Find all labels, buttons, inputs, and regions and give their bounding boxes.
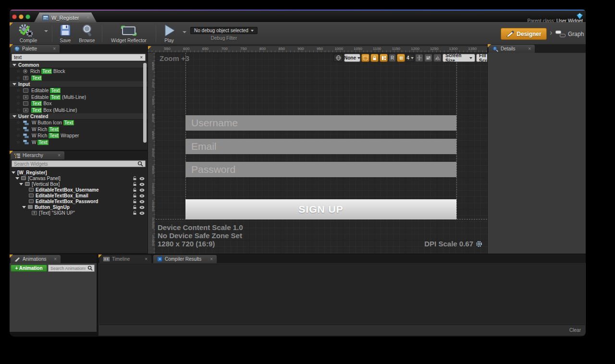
- favorite-star-icon[interactable]: ☆: [16, 133, 20, 138]
- palette-item[interactable]: ☆W Rich Text Wrapper: [10, 133, 148, 139]
- unlock-icon[interactable]: [133, 176, 137, 181]
- animations-tab-close-icon[interactable]: ×: [54, 257, 57, 262]
- favorite-star-icon[interactable]: ☆: [16, 95, 20, 99]
- palette-section-common[interactable]: Common: [10, 62, 148, 68]
- asset-tab-w-register[interactable]: W_Register ×: [34, 12, 97, 23]
- tree-row-vertical-box[interactable]: [Vertical Box]: [19, 181, 60, 187]
- timeline-tab-close-icon[interactable]: ×: [145, 257, 148, 262]
- unlock-icon[interactable]: [133, 205, 137, 209]
- play-button[interactable]: Play: [160, 24, 179, 43]
- flag-dropdown[interactable]: None: [344, 54, 360, 62]
- palette-item[interactable]: ☆W Rich Text: [10, 126, 148, 133]
- preview-password-textbox[interactable]: Password: [185, 162, 456, 177]
- save-button[interactable]: Save: [56, 24, 75, 43]
- add-animation-button[interactable]: + Animation: [11, 265, 47, 272]
- respect-locks-button[interactable]: R: [389, 54, 396, 62]
- palette-search[interactable]: ×: [12, 54, 146, 61]
- unlock-icon[interactable]: [133, 188, 137, 192]
- favorite-star-icon[interactable]: ☆: [16, 140, 20, 145]
- fill-screen-dropdown[interactable]: Fill Screen: [476, 54, 487, 62]
- palette-item[interactable]: ☆W Button Icon Text: [10, 120, 148, 126]
- minimize-window-button[interactable]: [19, 14, 24, 19]
- unlock-icon[interactable]: [133, 194, 137, 198]
- eye-visibility-icon[interactable]: [139, 211, 145, 215]
- eye-visibility-icon[interactable]: [139, 177, 145, 181]
- hierarchy-search-input[interactable]: [12, 161, 137, 167]
- unlock-icon[interactable]: [133, 211, 137, 215]
- favorite-star-icon[interactable]: ☆: [16, 121, 20, 125]
- palette-section-user-created[interactable]: User Created: [10, 113, 148, 120]
- details-tab-close-icon[interactable]: ×: [528, 47, 531, 51]
- dpi-scale-control[interactable]: DPI Scale 0.67: [424, 240, 482, 248]
- eye-visibility-icon[interactable]: [139, 200, 145, 204]
- designer-mode-button[interactable]: Designer: [501, 28, 547, 40]
- compiler-results-tab-close-icon[interactable]: ×: [210, 257, 213, 262]
- palette-item[interactable]: ☆Text Box: [10, 100, 148, 107]
- transform-mode-button[interactable]: [415, 54, 423, 62]
- palette-item[interactable]: ☆W Text: [10, 139, 148, 146]
- flip-preview-button[interactable]: [433, 54, 442, 62]
- palette-item[interactable]: ☆≡Text Box (Multi-Line): [10, 107, 148, 114]
- compile-button[interactable]: Compile: [14, 24, 42, 43]
- expand-arrow-icon[interactable]: [12, 171, 15, 174]
- screen-size-dropdown[interactable]: Screen Size: [443, 54, 475, 62]
- tree-row-text-signup[interactable]: T[Text] "SIGN UP": [32, 210, 75, 216]
- palette-tab-close-icon[interactable]: ×: [53, 47, 56, 51]
- favorite-star-icon[interactable]: ☆: [16, 88, 20, 93]
- palette-item[interactable]: ☆Editable Text: [10, 87, 148, 94]
- preview-signup-button[interactable]: SIGN UP: [185, 199, 456, 219]
- design-viewport[interactable]: Zoom +3 Username Email Password SIGN UP …: [156, 53, 487, 254]
- dpi-settings-gear-icon[interactable]: [476, 241, 482, 247]
- unlock-icon[interactable]: [133, 182, 137, 186]
- graph-mode-button[interactable]: Graph: [555, 29, 584, 39]
- preview-username-textbox[interactable]: Username: [185, 115, 456, 131]
- tree-row-w-register[interactable]: [W_Register]: [12, 170, 47, 175]
- tab-hierarchy[interactable]: Hierarchy ×: [11, 151, 64, 159]
- hierarchy-search[interactable]: [12, 160, 146, 167]
- expand-arrow-icon[interactable]: [19, 183, 23, 185]
- debug-object-dropdown[interactable]: No debug object selected: [190, 27, 258, 34]
- close-window-button[interactable]: [12, 14, 17, 19]
- palette-search-input[interactable]: [12, 55, 137, 60]
- lock-widgets-button[interactable]: [370, 54, 379, 62]
- eye-visibility-icon[interactable]: [139, 206, 145, 209]
- favorite-star-icon[interactable]: ☆: [16, 108, 20, 112]
- palette-item[interactable]: ☆≡Editable Text (Multi-Line): [10, 94, 148, 101]
- browse-button[interactable]: Browse: [76, 24, 98, 43]
- hierarchy-tab-close-icon[interactable]: ×: [58, 153, 61, 158]
- grid-size-dropdown[interactable]: 4: [406, 54, 414, 62]
- tab-compiler-results[interactable]: » Compiler Results ×: [153, 255, 217, 263]
- snap-to-grid-button[interactable]: [380, 54, 388, 62]
- tree-row-button-signup[interactable]: Button_SignUp: [22, 204, 70, 210]
- tree-row-editabletextbox-username[interactable]: EditableTextBox_Username: [29, 187, 99, 193]
- palette-item[interactable]: ☆TText: [10, 75, 148, 82]
- preview-background-button[interactable]: [424, 54, 432, 62]
- toggle-outlines-button[interactable]: [361, 54, 369, 62]
- favorite-star-icon[interactable]: ☆: [16, 69, 20, 73]
- eye-visibility-icon[interactable]: [139, 194, 145, 198]
- palette-item[interactable]: ☆✶Rich Text Block: [10, 68, 148, 75]
- tab-animations[interactable]: Animations ×: [11, 255, 61, 263]
- clear-log-button[interactable]: Clear: [569, 328, 581, 333]
- widget-reflector-button[interactable]: Widget Reflector: [106, 24, 152, 43]
- eye-visibility-icon[interactable]: [139, 182, 145, 186]
- unlock-icon[interactable]: [133, 199, 137, 204]
- palette-section-input[interactable]: Input: [10, 81, 148, 87]
- clear-search-icon[interactable]: ×: [137, 55, 145, 60]
- favorite-star-icon[interactable]: ☆: [16, 76, 20, 80]
- tree-row-editabletextbox-password[interactable]: EditableTextBox_Password: [29, 198, 98, 204]
- tab-timeline[interactable]: Timeline ×: [99, 255, 151, 263]
- palette-scrollbar[interactable]: [143, 63, 147, 143]
- favorite-star-icon[interactable]: ☆: [16, 127, 20, 132]
- compiler-log-output[interactable]: [99, 264, 585, 325]
- tab-palette[interactable]: Palette ×: [11, 45, 60, 53]
- grid-snap-button[interactable]: [397, 54, 405, 62]
- localization-preview-button[interactable]: [333, 54, 343, 62]
- maximize-window-button[interactable]: [25, 14, 30, 19]
- tree-row-canvas-panel[interactable]: [Canvas Panel]: [15, 175, 61, 181]
- asset-tab-close-icon[interactable]: ×: [86, 15, 89, 20]
- animations-search[interactable]: [48, 265, 95, 272]
- tab-details[interactable]: i Details ×: [489, 45, 535, 53]
- expand-arrow-icon[interactable]: [15, 177, 19, 180]
- compile-options-caret-icon[interactable]: [44, 30, 48, 32]
